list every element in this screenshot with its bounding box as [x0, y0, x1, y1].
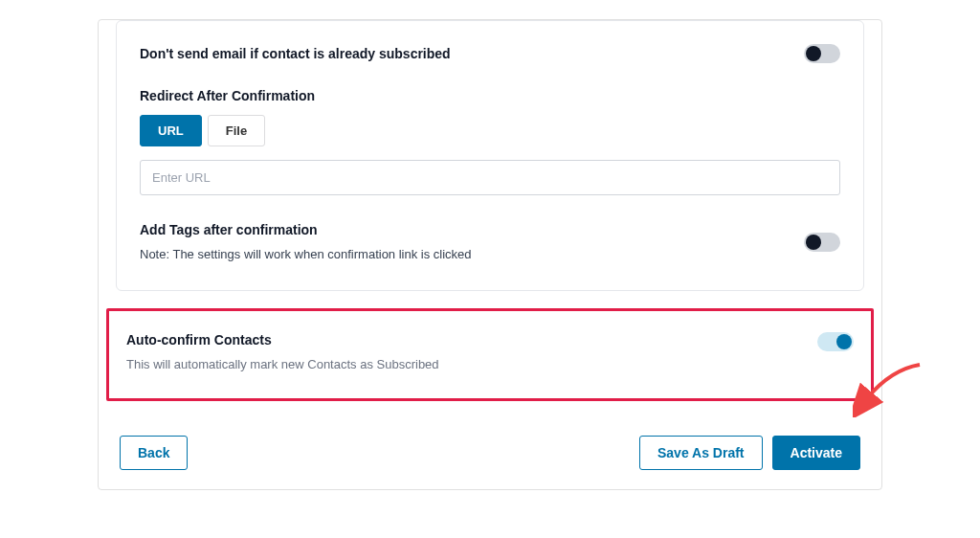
dont-send-toggle[interactable] [804, 44, 840, 63]
activate-button[interactable]: Activate [772, 436, 860, 470]
toggle-knob [806, 46, 821, 61]
settings-panel: Don't send email if contact is already s… [98, 19, 882, 490]
auto-confirm-title: Auto-confirm Contacts [126, 332, 439, 347]
add-tags-note: Note: The settings will work when confir… [140, 247, 804, 261]
auto-confirm-toggle[interactable] [817, 332, 854, 351]
footer-right-group: Save As Draft Activate [639, 436, 860, 470]
auto-confirm-text-block: Auto-confirm Contacts This will automati… [126, 332, 439, 371]
tab-file[interactable]: File [208, 115, 265, 146]
auto-confirm-row: Auto-confirm Contacts This will automati… [126, 332, 854, 371]
add-tags-text-block: Add Tags after confirmation Note: The se… [140, 222, 804, 261]
dont-send-row: Don't send email if contact is already s… [140, 44, 840, 63]
tab-url[interactable]: URL [140, 115, 202, 146]
auto-confirm-desc: This will automatically mark new Contact… [126, 357, 439, 371]
redirect-tab-group: URL File [140, 115, 840, 146]
toggle-knob [806, 235, 821, 250]
add-tags-row: Add Tags after confirmation Note: The se… [140, 222, 840, 261]
url-input[interactable] [140, 160, 840, 195]
toggle-knob [836, 334, 852, 349]
auto-confirm-highlight: Auto-confirm Contacts This will automati… [106, 308, 874, 401]
redirect-heading: Redirect After Confirmation [140, 88, 840, 103]
add-tags-toggle[interactable] [804, 233, 840, 252]
back-button[interactable]: Back [120, 436, 188, 470]
redirect-section: Redirect After Confirmation URL File [140, 88, 840, 195]
add-tags-label: Add Tags after confirmation [140, 222, 804, 237]
footer-actions: Back Save As Draft Activate [99, 418, 881, 489]
save-draft-button[interactable]: Save As Draft [639, 436, 763, 470]
dont-send-label: Don't send email if contact is already s… [140, 46, 451, 61]
confirmation-settings-card: Don't send email if contact is already s… [116, 20, 864, 291]
